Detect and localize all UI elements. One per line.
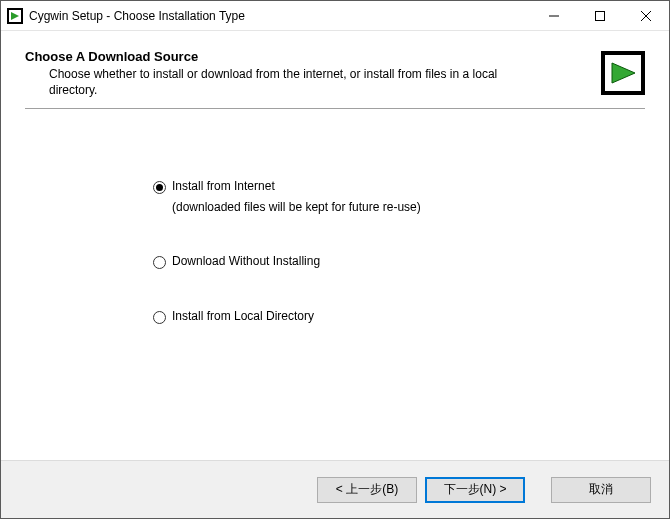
svg-marker-7 <box>612 63 635 83</box>
window-title: Cygwin Setup - Choose Installation Type <box>29 9 531 23</box>
window-controls <box>531 1 669 30</box>
app-icon <box>7 8 23 24</box>
header-section: Choose A Download Source Choose whether … <box>25 49 645 108</box>
wizard-footer: < 上一步(B) 下一步(N) > 取消 <box>1 460 669 518</box>
cygwin-logo-icon <box>601 51 645 95</box>
page-subheading: Choose whether to install or download fr… <box>25 66 505 98</box>
option-sublabel: (downloaded files will be kept for futur… <box>172 200 421 214</box>
radio-icon[interactable] <box>153 311 166 324</box>
cancel-button[interactable]: 取消 <box>551 477 651 503</box>
option-install-from-internet[interactable]: Install from Internet (downloaded files … <box>153 179 645 214</box>
header-text: Choose A Download Source Choose whether … <box>25 49 593 98</box>
option-download-without-installing[interactable]: Download Without Installing <box>153 254 645 269</box>
close-button[interactable] <box>623 1 669 30</box>
back-button[interactable]: < 上一步(B) <box>317 477 417 503</box>
radio-icon[interactable] <box>153 181 166 194</box>
page-heading: Choose A Download Source <box>25 49 593 64</box>
download-source-options: Install from Internet (downloaded files … <box>25 109 645 460</box>
minimize-button[interactable] <box>531 1 577 30</box>
option-label: Install from Local Directory <box>172 309 314 323</box>
titlebar: Cygwin Setup - Choose Installation Type <box>1 1 669 31</box>
option-label: Download Without Installing <box>172 254 320 268</box>
setup-window: Cygwin Setup - Choose Installation Type … <box>0 0 670 519</box>
svg-marker-1 <box>11 12 19 20</box>
option-install-from-local-directory[interactable]: Install from Local Directory <box>153 309 645 324</box>
radio-icon[interactable] <box>153 256 166 269</box>
option-label: Install from Internet <box>172 179 275 193</box>
maximize-button[interactable] <box>577 1 623 30</box>
svg-rect-3 <box>596 11 605 20</box>
next-button[interactable]: 下一步(N) > <box>425 477 525 503</box>
body-area: Choose A Download Source Choose whether … <box>1 31 669 460</box>
